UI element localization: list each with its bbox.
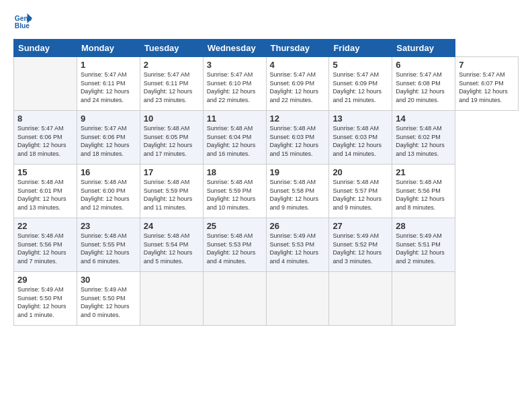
day-info: Sunrise: 5:48 AM Sunset: 5:53 PM Dayligh… bbox=[207, 232, 263, 265]
day-info: Sunrise: 5:48 AM Sunset: 5:57 PM Dayligh… bbox=[332, 178, 388, 212]
day-cell: 23Sunrise: 5:48 AM Sunset: 5:55 PM Dayli… bbox=[77, 218, 140, 272]
day-info: Sunrise: 5:48 AM Sunset: 6:03 PM Dayligh… bbox=[270, 124, 326, 158]
day-info: Sunrise: 5:47 AM Sunset: 6:06 PM Dayligh… bbox=[81, 124, 136, 158]
day-cell-empty bbox=[14, 57, 77, 111]
day-cell: 1Sunrise: 5:47 AM Sunset: 6:11 PM Daylig… bbox=[77, 57, 140, 111]
header-row: SundayMondayTuesdayWednesdayThursdayFrid… bbox=[14, 40, 519, 57]
day-cell: 2Sunrise: 5:47 AM Sunset: 6:11 PM Daylig… bbox=[140, 57, 203, 111]
day-cell: 7Sunrise: 5:47 AM Sunset: 6:07 PM Daylig… bbox=[455, 57, 519, 111]
day-info: Sunrise: 5:48 AM Sunset: 5:56 PM Dayligh… bbox=[396, 178, 451, 212]
day-number: 16 bbox=[81, 167, 136, 177]
day-number: 6 bbox=[396, 60, 451, 70]
day-cell: 5Sunrise: 5:47 AM Sunset: 6:09 PM Daylig… bbox=[329, 57, 392, 111]
logo-icon: General Blue bbox=[13, 12, 32, 31]
day-number: 1 bbox=[81, 60, 136, 70]
day-info: Sunrise: 5:47 AM Sunset: 6:10 PM Dayligh… bbox=[207, 71, 263, 104]
day-number: 30 bbox=[81, 275, 136, 285]
day-info: Sunrise: 5:48 AM Sunset: 6:01 PM Dayligh… bbox=[17, 178, 73, 212]
day-number: 11 bbox=[207, 113, 263, 124]
day-cell bbox=[266, 272, 329, 326]
header-cell-thursday: Thursday bbox=[266, 40, 329, 57]
day-info: Sunrise: 5:47 AM Sunset: 6:09 PM Dayligh… bbox=[332, 71, 388, 104]
day-cell: 29Sunrise: 5:49 AM Sunset: 5:50 PM Dayli… bbox=[14, 272, 77, 326]
day-info: Sunrise: 5:49 AM Sunset: 5:50 PM Dayligh… bbox=[17, 285, 73, 319]
day-number: 13 bbox=[332, 113, 388, 124]
header-cell-monday: Monday bbox=[77, 40, 140, 57]
day-info: Sunrise: 5:48 AM Sunset: 5:59 PM Dayligh… bbox=[144, 178, 200, 212]
day-number: 12 bbox=[270, 113, 326, 124]
day-number: 29 bbox=[17, 275, 73, 285]
day-cell: 3Sunrise: 5:47 AM Sunset: 6:10 PM Daylig… bbox=[203, 57, 266, 111]
week-row-3: 15Sunrise: 5:48 AM Sunset: 6:01 PM Dayli… bbox=[14, 165, 519, 218]
day-number: 8 bbox=[17, 113, 73, 124]
day-number: 25 bbox=[207, 221, 263, 231]
day-cell: 21Sunrise: 5:48 AM Sunset: 5:56 PM Dayli… bbox=[392, 165, 455, 218]
header-cell-friday: Friday bbox=[329, 40, 392, 57]
day-cell: 8Sunrise: 5:47 AM Sunset: 6:06 PM Daylig… bbox=[14, 111, 77, 165]
week-row-5: 29Sunrise: 5:49 AM Sunset: 5:50 PM Dayli… bbox=[14, 272, 519, 326]
day-cell: 28Sunrise: 5:49 AM Sunset: 5:51 PM Dayli… bbox=[392, 218, 455, 272]
header-cell-wednesday: Wednesday bbox=[203, 40, 266, 57]
day-cell: 9Sunrise: 5:47 AM Sunset: 6:06 PM Daylig… bbox=[77, 111, 140, 165]
day-number: 4 bbox=[270, 60, 326, 70]
svg-text:Blue: Blue bbox=[15, 22, 30, 30]
day-number: 5 bbox=[332, 60, 388, 70]
header-cell-tuesday: Tuesday bbox=[140, 40, 203, 57]
day-cell: 10Sunrise: 5:48 AM Sunset: 6:05 PM Dayli… bbox=[140, 111, 203, 165]
day-cell bbox=[329, 272, 392, 326]
day-info: Sunrise: 5:48 AM Sunset: 6:05 PM Dayligh… bbox=[144, 124, 200, 158]
day-number: 23 bbox=[81, 221, 136, 231]
day-cell: 26Sunrise: 5:49 AM Sunset: 5:53 PM Dayli… bbox=[266, 218, 329, 272]
day-number: 28 bbox=[396, 221, 451, 231]
day-cell bbox=[203, 272, 266, 326]
day-number: 24 bbox=[144, 221, 200, 231]
day-cell: 16Sunrise: 5:48 AM Sunset: 6:00 PM Dayli… bbox=[77, 165, 140, 218]
day-cell: 17Sunrise: 5:48 AM Sunset: 5:59 PM Dayli… bbox=[140, 165, 203, 218]
day-number: 19 bbox=[270, 167, 326, 177]
day-cell: 24Sunrise: 5:48 AM Sunset: 5:54 PM Dayli… bbox=[140, 218, 203, 272]
day-info: Sunrise: 5:47 AM Sunset: 6:06 PM Dayligh… bbox=[17, 124, 73, 158]
header-cell-sunday: Sunday bbox=[14, 40, 77, 57]
day-number: 17 bbox=[144, 167, 200, 177]
day-number: 26 bbox=[270, 221, 326, 231]
day-info: Sunrise: 5:48 AM Sunset: 6:02 PM Dayligh… bbox=[396, 124, 451, 158]
day-info: Sunrise: 5:48 AM Sunset: 6:03 PM Dayligh… bbox=[332, 124, 388, 158]
day-number: 27 bbox=[332, 221, 388, 231]
day-info: Sunrise: 5:48 AM Sunset: 5:58 PM Dayligh… bbox=[270, 178, 326, 212]
logo: General Blue bbox=[13, 12, 32, 31]
day-cell: 13Sunrise: 5:48 AM Sunset: 6:03 PM Dayli… bbox=[329, 111, 392, 165]
day-cell: 18Sunrise: 5:48 AM Sunset: 5:59 PM Dayli… bbox=[203, 165, 266, 218]
day-info: Sunrise: 5:48 AM Sunset: 5:59 PM Dayligh… bbox=[207, 178, 263, 212]
week-row-1: 1Sunrise: 5:47 AM Sunset: 6:11 PM Daylig… bbox=[14, 57, 519, 111]
week-row-2: 8Sunrise: 5:47 AM Sunset: 6:06 PM Daylig… bbox=[14, 111, 519, 165]
day-info: Sunrise: 5:47 AM Sunset: 6:07 PM Dayligh… bbox=[459, 71, 515, 104]
day-cell: 11Sunrise: 5:48 AM Sunset: 6:04 PM Dayli… bbox=[203, 111, 266, 165]
day-number: 22 bbox=[17, 221, 73, 231]
day-cell: 20Sunrise: 5:48 AM Sunset: 5:57 PM Dayli… bbox=[329, 165, 392, 218]
week-row-4: 22Sunrise: 5:48 AM Sunset: 5:56 PM Dayli… bbox=[14, 218, 519, 272]
day-cell: 15Sunrise: 5:48 AM Sunset: 6:01 PM Dayli… bbox=[14, 165, 77, 218]
day-info: Sunrise: 5:47 AM Sunset: 6:11 PM Dayligh… bbox=[144, 71, 200, 104]
day-cell: 14Sunrise: 5:48 AM Sunset: 6:02 PM Dayli… bbox=[392, 111, 455, 165]
day-cell bbox=[392, 272, 455, 326]
day-info: Sunrise: 5:47 AM Sunset: 6:11 PM Dayligh… bbox=[81, 71, 136, 104]
day-number: 3 bbox=[207, 60, 263, 70]
day-cell: 25Sunrise: 5:48 AM Sunset: 5:53 PM Dayli… bbox=[203, 218, 266, 272]
day-number: 10 bbox=[144, 113, 200, 124]
day-info: Sunrise: 5:48 AM Sunset: 5:54 PM Dayligh… bbox=[144, 232, 200, 265]
day-number: 9 bbox=[81, 113, 136, 124]
day-cell: 22Sunrise: 5:48 AM Sunset: 5:56 PM Dayli… bbox=[14, 218, 77, 272]
day-number: 15 bbox=[17, 167, 73, 177]
day-number: 14 bbox=[396, 113, 451, 124]
day-info: Sunrise: 5:49 AM Sunset: 5:53 PM Dayligh… bbox=[270, 232, 326, 265]
day-info: Sunrise: 5:49 AM Sunset: 5:52 PM Dayligh… bbox=[332, 232, 388, 265]
day-info: Sunrise: 5:48 AM Sunset: 6:04 PM Dayligh… bbox=[207, 124, 263, 158]
day-info: Sunrise: 5:49 AM Sunset: 5:50 PM Dayligh… bbox=[81, 285, 136, 319]
day-cell: 6Sunrise: 5:47 AM Sunset: 6:08 PM Daylig… bbox=[392, 57, 455, 111]
header: General Blue bbox=[13, 12, 519, 31]
day-info: Sunrise: 5:47 AM Sunset: 6:09 PM Dayligh… bbox=[270, 71, 326, 104]
day-info: Sunrise: 5:48 AM Sunset: 6:00 PM Dayligh… bbox=[81, 178, 136, 212]
day-number: 20 bbox=[332, 167, 388, 177]
day-info: Sunrise: 5:48 AM Sunset: 5:56 PM Dayligh… bbox=[17, 232, 73, 265]
page: General Blue SundayMondayTuesdayWednesda… bbox=[0, 0, 532, 332]
